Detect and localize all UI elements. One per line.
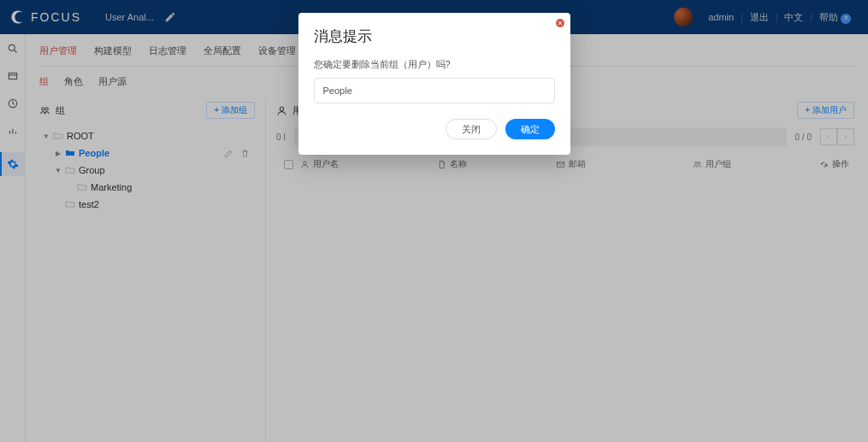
modal-title: 消息提示: [314, 27, 555, 46]
confirm-modal: 消息提示 您确定要删除当前组（用户）吗? 关闭 确定: [298, 13, 570, 155]
modal-overlay[interactable]: 消息提示 您确定要删除当前组（用户）吗? 关闭 确定: [0, 0, 868, 442]
modal-message: 您确定要删除当前组（用户）吗?: [314, 58, 555, 71]
cancel-button[interactable]: 关闭: [446, 119, 497, 139]
close-icon[interactable]: [555, 18, 565, 28]
modal-actions: 关闭 确定: [314, 119, 555, 139]
confirm-button[interactable]: 确定: [505, 119, 555, 139]
modal-input[interactable]: [314, 78, 555, 103]
